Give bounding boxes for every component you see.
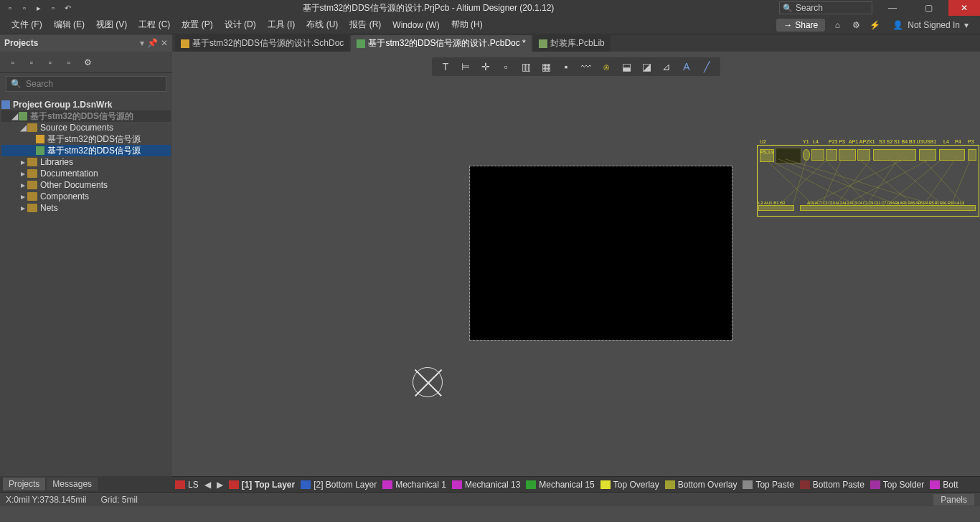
layer-nav-left[interactable]: ◀	[204, 480, 211, 490]
tree-documentation[interactable]: ▸Documentation	[1, 168, 171, 179]
layer-top-overlay[interactable]: Top Overlay	[600, 480, 659, 490]
layer-top[interactable]: [1] Top Layer	[229, 480, 295, 490]
compile-icon[interactable]: ▫	[26, 57, 37, 68]
designator: USB1	[923, 139, 936, 144]
menu-report[interactable]: 报告 (R)	[344, 17, 387, 32]
menu-route[interactable]: 布线 (U)	[301, 17, 344, 32]
close-button[interactable]: ✕	[948, 0, 980, 16]
select-tool-icon[interactable]: T	[439, 60, 452, 73]
layer-nav-right[interactable]: ▶	[217, 480, 223, 490]
tree-other-docs[interactable]: ▸Other Documents	[1, 179, 171, 191]
line-icon[interactable]: ╱	[700, 60, 713, 73]
menu-design[interactable]: 设计 (D)	[219, 17, 262, 32]
tab-pcbdoc[interactable]: 基于stm32的DDS信号源的设计.PcbDoc *	[351, 35, 531, 52]
menu-project[interactable]: 工程 (C)	[133, 17, 176, 32]
menu-file[interactable]: 文件 (F)	[6, 17, 48, 32]
move-icon[interactable]: ✛	[479, 60, 492, 73]
extensions-icon[interactable]: ⚡	[868, 19, 881, 32]
global-search[interactable]: 🔍 Search	[779, 1, 872, 14]
tree-project[interactable]: ◢基于stm32的DDS信号源的	[1, 110, 171, 122]
svg-line-9	[864, 156, 900, 208]
tree-root[interactable]: Project Group 1.DsnWrk	[1, 99, 171, 110]
layer-ls[interactable]: LS	[175, 480, 199, 490]
snap-icon[interactable]: ⊨	[459, 60, 472, 73]
save-all-icon[interactable]: ▫	[7, 57, 19, 68]
tree-doc-sch[interactable]: 基于stm32的DDS信号源	[1, 133, 171, 145]
maximize-button[interactable]: ▢	[913, 0, 944, 16]
layer-mech1[interactable]: Mechanical 1	[382, 480, 446, 490]
svg-line-15	[778, 158, 829, 206]
tab-projects[interactable]: Projects	[3, 478, 45, 490]
pcb-canvas[interactable]: T ⊨ ✛ ▫ ▥ ▦ ▪ 〰 ⍟ ⬓ ◪ ⊿ A ╱ U2 Y1 L4	[172, 52, 980, 476]
tab-schdoc[interactable]: 基于stm32的DDS信号源的设计.SchDoc	[175, 35, 349, 52]
panel-dropdown-icon[interactable]: ▾	[140, 38, 144, 48]
svg-line-1	[768, 159, 857, 206]
layer-top-paste[interactable]: Top Paste	[743, 480, 793, 490]
share-button[interactable]: → Share	[776, 19, 825, 32]
layer-mech13[interactable]: Mechanical 13	[452, 480, 520, 490]
layer-bot-paste[interactable]: Bottom Paste	[800, 480, 864, 490]
new-icon[interactable]: ▫	[4, 2, 16, 14]
layer-bot-overlay[interactable]: Bottom Overlay	[665, 480, 738, 490]
project-search[interactable]: 🔍 Search	[6, 76, 166, 92]
svg-line-17	[843, 156, 936, 206]
user-icon: 👤	[892, 20, 903, 30]
designator: L4	[813, 139, 819, 144]
folder-icon[interactable]: ▫	[47, 2, 59, 14]
projects-panel: Projects ▾ 📌 ✕ ▫ ▫ ▫ ▫ ⚙ 🔍 Search Projec…	[0, 34, 172, 476]
folder1-icon[interactable]: ▫	[44, 57, 56, 68]
undo-icon[interactable]: ↶	[62, 2, 73, 14]
menu-view[interactable]: 视图 (V)	[90, 17, 133, 32]
layer-bottom[interactable]: [2] Bottom Layer	[301, 480, 377, 490]
layer-bot-solder[interactable]: Bott	[930, 480, 958, 490]
tab-messages[interactable]: Messages	[47, 478, 98, 490]
menu-place[interactable]: 放置 (P)	[176, 17, 218, 32]
unplaced-components[interactable]: U2 Y1 L4 P23 P3 AP1 AP2 X1 S3 S2 S1 B4 B…	[757, 145, 979, 217]
svg-line-3	[793, 156, 807, 206]
home-icon[interactable]: ⌂	[831, 19, 844, 32]
pcb-board-outline[interactable]	[470, 166, 732, 340]
select-rect-icon[interactable]: ▫	[499, 60, 512, 73]
menu-edit[interactable]: 编辑 (E)	[48, 17, 90, 32]
menubar: 文件 (F) 编辑 (E) 视图 (V) 工程 (C) 放置 (P) 设计 (D…	[0, 16, 980, 34]
editor-area: 基于stm32的DDS信号源的设计.SchDoc 基于stm32的DDS信号源的…	[172, 34, 980, 476]
via-icon[interactable]: ⍟	[600, 60, 613, 73]
text-icon[interactable]: A	[680, 60, 693, 73]
tree-libraries[interactable]: ▸Libraries	[1, 156, 171, 168]
grid: Grid: 5mil	[101, 495, 138, 505]
dimension-icon[interactable]: ⊿	[660, 60, 673, 73]
settings-icon[interactable]: ⚙	[849, 19, 862, 32]
align-icon[interactable]: ▥	[519, 60, 532, 73]
svg-line-0	[764, 158, 814, 206]
tab-pcblib[interactable]: 封装库.PcbLib	[533, 35, 611, 52]
folder2-icon[interactable]: ▫	[63, 57, 75, 68]
svg-line-6	[857, 158, 915, 206]
tree-source-docs[interactable]: ◢Source Documents	[1, 122, 171, 133]
svg-line-13	[951, 156, 972, 206]
menu-tools[interactable]: 工具 (I)	[262, 17, 301, 32]
tree-doc-pcb[interactable]: 基于stm32的DDS信号源	[1, 145, 171, 156]
minimize-button[interactable]: —	[877, 0, 908, 16]
panel-pin-icon[interactable]: 📌	[147, 38, 158, 48]
gear-icon[interactable]: ⚙	[82, 57, 93, 68]
tree-nets[interactable]: ▸Nets	[1, 202, 171, 214]
search-icon: 🔍	[783, 4, 793, 13]
designator: Y1	[803, 139, 809, 144]
layer-top-solder[interactable]: Top Solder	[870, 480, 924, 490]
open-icon[interactable]: ▸	[33, 2, 44, 14]
component-icon[interactable]: ▪	[560, 60, 573, 73]
pad-icon[interactable]: ⬓	[620, 60, 633, 73]
menu-window[interactable]: Window (W)	[387, 19, 445, 32]
route-icon[interactable]: 〰	[580, 60, 593, 73]
panels-button[interactable]: Panels	[933, 494, 974, 506]
tree-components[interactable]: ▸Components	[1, 191, 171, 202]
polygon-icon[interactable]: ◪	[640, 60, 653, 73]
signin-button[interactable]: 👤 Not Signed In ▾	[887, 19, 974, 32]
menu-help[interactable]: 帮助 (H)	[446, 17, 489, 32]
save-icon[interactable]: ▫	[19, 2, 30, 14]
window-title: 基于stm32的DDS信号源的设计.PrjPcb - Altium Design…	[77, 2, 779, 14]
layer-bar: LS ◀ ▶ [1] Top Layer [2] Bottom Layer Me…	[172, 476, 980, 492]
layer-mech15[interactable]: Mechanical 15	[526, 480, 594, 490]
panel-close-icon[interactable]: ✕	[161, 38, 168, 48]
grid-icon[interactable]: ▦	[540, 60, 552, 73]
